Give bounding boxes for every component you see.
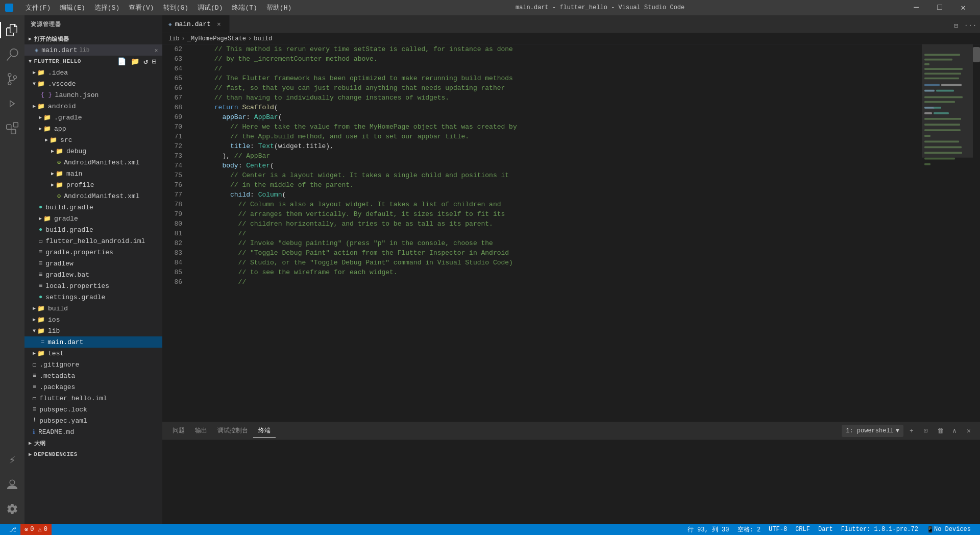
file-item-androidmanifest-debug[interactable]: ⊙ AndroidManifest.xml (24, 157, 162, 168)
status-bar: ⎇ ⊗ 0 ⚠ 0 行 93, 列 30 空格: 2 UTF-8 CRLF Da… (0, 524, 980, 535)
more-actions-button[interactable]: ··· (963, 18, 977, 33)
file-item-readme[interactable]: ℹ README.md (24, 426, 162, 437)
breadcrumb-build[interactable]: build (254, 35, 272, 42)
menu-v[interactable]: 查看(V) (125, 2, 158, 13)
file-item-lib[interactable]: ▼ 📁 lib (24, 325, 162, 336)
editor-main[interactable]: 62 // This method is rerun every time se… (162, 44, 922, 422)
file-item-pubspec-lock[interactable]: ≡ pubspec.lock (24, 404, 162, 415)
status-flutter-version[interactable]: Flutter: 1.8.1-pre.72 (837, 524, 922, 535)
close-open-editor[interactable]: ✕ (154, 46, 162, 54)
file-item-flutter-hello-iml[interactable]: ◻ flutter_hello.iml (24, 393, 162, 404)
file-item-main-dart[interactable]: = main.dart (24, 336, 162, 348)
status-encoding[interactable]: UTF-8 (765, 524, 791, 535)
code-area[interactable]: 62 // This method is rerun every time se… (162, 44, 922, 287)
activity-explorer-icon[interactable] (0, 18, 24, 42)
vscode-logo (5, 4, 13, 12)
refresh-btn[interactable]: ↺ (142, 57, 150, 66)
panel-tab-output[interactable]: 输出 (190, 424, 212, 437)
menu-h[interactable]: 帮助(H) (262, 2, 296, 13)
menu-t[interactable]: 终端(T) (228, 2, 261, 13)
collapse-btn[interactable]: ⊟ (151, 57, 158, 66)
menu-f[interactable]: 文件(F) (21, 2, 55, 13)
file-item-debug[interactable]: ▶ 📁 debug (24, 145, 162, 157)
status-no-devices[interactable]: 📱 No Devices (922, 524, 975, 535)
scrollbar-thumb[interactable] (973, 47, 980, 62)
activity-extensions-icon[interactable] (0, 116, 24, 140)
tab-main-dart[interactable]: ◈ main.dart ✕ (162, 15, 230, 33)
file-item-android[interactable]: ▶ 📁 android (24, 101, 162, 112)
open-editors-section[interactable]: ▶ 打开的编辑器 (24, 33, 162, 44)
activity-settings-icon[interactable] (0, 497, 24, 521)
panel-delete-terminal-btn[interactable]: 🗑 (934, 425, 946, 437)
file-item-flutter-hello-android-iml[interactable]: ◻ flutter_hello_android.iml (24, 235, 162, 247)
file-item-launch-json[interactable]: { } launch.json (24, 89, 162, 101)
file-item-app[interactable]: ▶ 📁 app (24, 123, 162, 134)
activity-search-icon[interactable] (0, 42, 24, 67)
file-item-main-folder[interactable]: ▶ 📁 main (24, 168, 162, 179)
file-item-build-gradle-root[interactable]: ● build.gradle (24, 224, 162, 235)
dependencies-section[interactable]: ▶ DEPENDENCIES (24, 449, 162, 460)
panel-maximize-btn[interactable]: ∧ (948, 425, 961, 437)
file-item-settings-gradle[interactable]: ● settings.gradle (24, 291, 162, 303)
menu-d[interactable]: 调试(D) (193, 2, 227, 13)
tab-close-button[interactable]: ✕ (215, 20, 223, 28)
file-item-gradle-folder[interactable]: ▶ 📁 .gradle (24, 112, 162, 123)
file-item-gradle-properties[interactable]: ≡ gradle.properties (24, 247, 162, 258)
breadcrumb-state[interactable]: _MyHomePageState (187, 35, 246, 42)
activity-remote-icon[interactable]: ⚡ (0, 448, 24, 472)
panel-close-btn[interactable]: ✕ (963, 425, 975, 437)
file-item-pubspec-yaml[interactable]: ! pubspec.yaml (24, 415, 162, 426)
status-spaces[interactable]: 空格: 2 (733, 524, 765, 535)
menu-s[interactable]: 选择(S) (90, 2, 124, 13)
menu-g[interactable]: 转到(G) (159, 2, 192, 13)
file-item-gradlew[interactable]: ≡ gradlew (24, 258, 162, 269)
split-editor-button[interactable]: ⊟ (949, 18, 963, 33)
sidebar-content[interactable]: ▶ 打开的编辑器 ◈ main.dart lib ✕ ▼ FLUTTER_HEL… (24, 33, 162, 524)
main-layout: ⚡ 资源管理器 ▶ 打开的编辑器 ◈ main.dart (0, 15, 980, 524)
file-item-build[interactable]: ▶ 📁 build (24, 303, 162, 314)
panel-tab-terminal[interactable]: 终端 (253, 424, 276, 437)
file-item-local-properties[interactable]: ≡ local.properties (24, 280, 162, 291)
file-item-androidmanifest-profile[interactable]: ⊙ AndroidManifest.xml (24, 190, 162, 202)
file-item-build-gradle-app[interactable]: ● build.gradle (24, 202, 162, 213)
file-item-packages[interactable]: ≡ .packages (24, 381, 162, 393)
right-scrollbar[interactable] (973, 44, 980, 422)
editor-content: 62 // This method is rerun every time se… (162, 44, 980, 422)
panel-tab-debug[interactable]: 调试控制台 (212, 424, 253, 437)
minimize-button[interactable]: ─ (904, 0, 928, 15)
file-item-metadata[interactable]: ≡ .metadata (24, 370, 162, 381)
file-item-idea[interactable]: ▶ 📁 .idea (24, 67, 162, 78)
panel-tab-problems[interactable]: 问题 (167, 424, 190, 437)
panel-split-terminal-btn[interactable]: ⊡ (920, 425, 932, 437)
status-errors[interactable]: ⊗ 0 ⚠ 0 (20, 524, 52, 535)
maximize-button[interactable]: □ (928, 0, 951, 15)
close-button[interactable]: ✕ (951, 0, 975, 15)
activity-source-control-icon[interactable] (0, 67, 24, 91)
open-editor-main-dart[interactable]: ◈ main.dart lib ✕ (24, 44, 162, 56)
file-item-ios[interactable]: ▶ 📁 ios (24, 314, 162, 325)
status-right: 行 93, 列 30 空格: 2 UTF-8 CRLF Dart Flutter… (683, 524, 975, 535)
file-item-src[interactable]: ▶ 📁 src (24, 134, 162, 145)
status-language[interactable]: Dart (814, 524, 837, 535)
status-eol[interactable]: CRLF (791, 524, 814, 535)
outline-section[interactable]: ▶ 大纲 (24, 437, 162, 449)
panel-new-terminal-btn[interactable]: + (905, 425, 918, 437)
file-item-gradle[interactable]: ▶ 📁 gradle (24, 213, 162, 224)
terminal-selector[interactable]: 1: powershell ▼ (842, 425, 903, 437)
breadcrumb-lib[interactable]: lib (168, 35, 180, 42)
status-position[interactable]: 行 93, 列 30 (683, 524, 733, 535)
file-item-test[interactable]: ▶ 📁 test (24, 348, 162, 359)
flutter-hello-section[interactable]: ▼ FLUTTER_HELLO 📄 📁 ↺ ⊟ (24, 56, 162, 67)
code-line-63: 63 // by the _incrementCounter method ab… (167, 54, 922, 64)
file-item-gradlew-bat[interactable]: ≡ gradlew.bat (24, 269, 162, 280)
status-branch[interactable]: ⎇ (5, 524, 20, 535)
file-item-vscode[interactable]: ▼ 📁 .vscode (24, 78, 162, 89)
new-file-btn[interactable]: 📄 (116, 57, 128, 66)
menu-e[interactable]: 编辑(E) (56, 2, 89, 13)
activity-run-icon[interactable] (0, 91, 24, 116)
code-line-67: 67 // than having to individually change… (167, 93, 922, 103)
activity-account-icon[interactable] (0, 472, 24, 497)
new-folder-btn[interactable]: 📁 (129, 57, 141, 66)
file-item-profile[interactable]: ▶ 📁 profile (24, 179, 162, 190)
file-item-gitignore[interactable]: ◻ .gitignore (24, 359, 162, 370)
